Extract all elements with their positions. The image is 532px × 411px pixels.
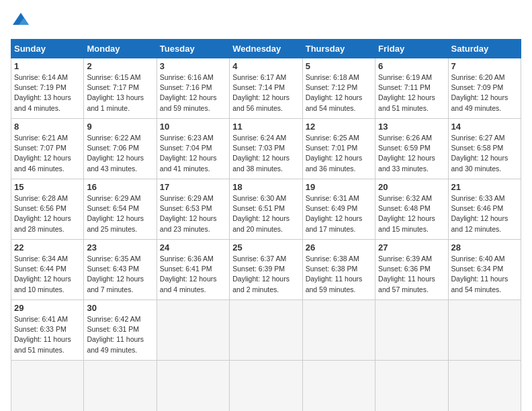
day-info: Sunrise: 6:18 AMSunset: 7:12 PMDaylight:… xyxy=(306,73,372,113)
day-number: 8 xyxy=(14,122,81,132)
day-number: 23 xyxy=(87,242,153,253)
day-info: Sunrise: 6:14 AMSunset: 7:19 PMDaylight:… xyxy=(14,73,81,113)
calendar-cell: 1 Sunrise: 6:14 AMSunset: 7:19 PMDayligh… xyxy=(11,58,84,119)
weekday-header-saturday: Saturday xyxy=(448,40,521,58)
day-info: Sunrise: 6:36 AMSunset: 6:41 PMDaylight:… xyxy=(160,254,226,295)
day-info: Sunrise: 6:29 AMSunset: 6:54 PMDaylight:… xyxy=(87,193,153,234)
calendar-cell: 22 Sunrise: 6:34 AMSunset: 6:44 PMDaylig… xyxy=(11,240,84,300)
calendar-cell xyxy=(302,361,375,412)
calendar-cell: 11 Sunrise: 6:24 AMSunset: 7:03 PMDaylig… xyxy=(230,119,302,179)
calendar-cell: 26 Sunrise: 6:38 AMSunset: 6:38 PMDaylig… xyxy=(302,240,375,300)
day-info: Sunrise: 6:35 AMSunset: 6:43 PMDaylight:… xyxy=(87,254,153,295)
day-number: 28 xyxy=(451,242,518,253)
day-number: 6 xyxy=(378,61,445,71)
weekday-header-friday: Friday xyxy=(375,40,448,58)
day-number: 19 xyxy=(306,182,372,192)
day-info: Sunrise: 6:40 AMSunset: 6:34 PMDaylight:… xyxy=(451,254,518,295)
day-number: 7 xyxy=(451,61,518,71)
day-info: Sunrise: 6:42 AMSunset: 6:31 PMDaylight:… xyxy=(87,314,153,355)
calendar-cell: 14 Sunrise: 6:27 AMSunset: 6:58 PMDaylig… xyxy=(448,119,521,179)
day-number: 24 xyxy=(160,242,226,253)
day-number: 12 xyxy=(306,122,372,132)
day-info: Sunrise: 6:34 AMSunset: 6:44 PMDaylight:… xyxy=(14,254,81,295)
calendar-cell: 23 Sunrise: 6:35 AMSunset: 6:43 PMDaylig… xyxy=(84,240,157,300)
calendar-cell xyxy=(448,361,521,412)
day-number: 21 xyxy=(451,182,518,192)
day-number: 9 xyxy=(87,122,153,132)
calendar-cell: 2 Sunrise: 6:15 AMSunset: 7:17 PMDayligh… xyxy=(84,58,157,119)
day-info: Sunrise: 6:30 AMSunset: 6:51 PMDaylight:… xyxy=(232,193,299,234)
day-info: Sunrise: 6:24 AMSunset: 7:03 PMDaylight:… xyxy=(232,133,299,174)
day-info: Sunrise: 6:21 AMSunset: 7:07 PMDaylight:… xyxy=(14,133,81,174)
calendar-cell: 3 Sunrise: 6:16 AMSunset: 7:16 PMDayligh… xyxy=(157,58,229,119)
calendar-cell: 27 Sunrise: 6:39 AMSunset: 6:36 PMDaylig… xyxy=(375,240,448,300)
calendar-cell xyxy=(375,361,448,412)
day-info: Sunrise: 6:19 AMSunset: 7:11 PMDaylight:… xyxy=(378,73,445,113)
calendar-cell: 18 Sunrise: 6:30 AMSunset: 6:51 PMDaylig… xyxy=(230,179,302,240)
day-number: 14 xyxy=(451,122,518,132)
calendar-cell: 24 Sunrise: 6:36 AMSunset: 6:41 PMDaylig… xyxy=(157,240,229,300)
calendar-cell: 7 Sunrise: 6:20 AMSunset: 7:09 PMDayligh… xyxy=(448,58,521,119)
calendar-cell xyxy=(230,300,302,361)
day-number: 27 xyxy=(378,242,445,253)
calendar-cell: 25 Sunrise: 6:37 AMSunset: 6:39 PMDaylig… xyxy=(230,240,302,300)
day-number: 18 xyxy=(232,182,299,192)
calendar-cell: 10 Sunrise: 6:23 AMSunset: 7:04 PMDaylig… xyxy=(157,119,229,179)
calendar-week-row: 8 Sunrise: 6:21 AMSunset: 7:07 PMDayligh… xyxy=(11,119,521,179)
day-info: Sunrise: 6:31 AMSunset: 6:49 PMDaylight:… xyxy=(306,193,372,234)
day-info: Sunrise: 6:28 AMSunset: 6:56 PMDaylight:… xyxy=(14,193,81,234)
day-number: 16 xyxy=(87,182,153,192)
day-number: 3 xyxy=(160,61,226,71)
day-number: 29 xyxy=(14,303,81,313)
calendar-cell xyxy=(230,361,302,412)
calendar-cell: 19 Sunrise: 6:31 AMSunset: 6:49 PMDaylig… xyxy=(302,179,375,240)
day-info: Sunrise: 6:17 AMSunset: 7:14 PMDaylight:… xyxy=(232,73,299,113)
calendar-cell xyxy=(11,361,84,412)
calendar-week-row xyxy=(11,361,521,412)
weekday-header-sunday: Sunday xyxy=(11,40,84,58)
calendar-cell: 21 Sunrise: 6:33 AMSunset: 6:46 PMDaylig… xyxy=(448,179,521,240)
calendar-cell xyxy=(375,300,448,361)
calendar-cell: 6 Sunrise: 6:19 AMSunset: 7:11 PMDayligh… xyxy=(375,58,448,119)
calendar-table: SundayMondayTuesdayWednesdayThursdayFrid… xyxy=(11,39,521,411)
logo-icon xyxy=(11,11,31,31)
calendar-cell xyxy=(157,300,229,361)
day-info: Sunrise: 6:32 AMSunset: 6:48 PMDaylight:… xyxy=(378,193,445,234)
weekday-header-thursday: Thursday xyxy=(302,40,375,58)
day-info: Sunrise: 6:29 AMSunset: 6:53 PMDaylight:… xyxy=(160,193,226,234)
calendar-cell: 13 Sunrise: 6:26 AMSunset: 6:59 PMDaylig… xyxy=(375,119,448,179)
day-number: 22 xyxy=(14,242,81,253)
day-info: Sunrise: 6:33 AMSunset: 6:46 PMDaylight:… xyxy=(451,193,518,234)
day-info: Sunrise: 6:22 AMSunset: 7:06 PMDaylight:… xyxy=(87,133,153,174)
calendar-week-row: 1 Sunrise: 6:14 AMSunset: 7:19 PMDayligh… xyxy=(11,58,521,119)
weekday-header-wednesday: Wednesday xyxy=(230,40,302,58)
day-number: 1 xyxy=(14,61,81,71)
calendar-cell: 28 Sunrise: 6:40 AMSunset: 6:34 PMDaylig… xyxy=(448,240,521,300)
calendar-cell: 29 Sunrise: 6:41 AMSunset: 6:33 PMDaylig… xyxy=(11,300,84,361)
calendar-cell: 8 Sunrise: 6:21 AMSunset: 7:07 PMDayligh… xyxy=(11,119,84,179)
calendar-week-row: 15 Sunrise: 6:28 AMSunset: 6:56 PMDaylig… xyxy=(11,179,521,240)
day-info: Sunrise: 6:15 AMSunset: 7:17 PMDaylight:… xyxy=(87,73,153,113)
calendar-cell: 4 Sunrise: 6:17 AMSunset: 7:14 PMDayligh… xyxy=(230,58,302,119)
calendar-cell: 30 Sunrise: 6:42 AMSunset: 6:31 PMDaylig… xyxy=(84,300,157,361)
calendar-cell: 16 Sunrise: 6:29 AMSunset: 6:54 PMDaylig… xyxy=(84,179,157,240)
page-header xyxy=(11,11,521,31)
day-info: Sunrise: 6:25 AMSunset: 7:01 PMDaylight:… xyxy=(306,133,372,174)
day-number: 5 xyxy=(306,61,372,71)
day-number: 13 xyxy=(378,122,445,132)
day-info: Sunrise: 6:37 AMSunset: 6:39 PMDaylight:… xyxy=(232,254,299,295)
day-info: Sunrise: 6:39 AMSunset: 6:36 PMDaylight:… xyxy=(378,254,445,295)
calendar-cell xyxy=(448,300,521,361)
calendar-cell: 12 Sunrise: 6:25 AMSunset: 7:01 PMDaylig… xyxy=(302,119,375,179)
calendar-cell xyxy=(84,361,157,412)
day-number: 20 xyxy=(378,182,445,192)
day-info: Sunrise: 6:41 AMSunset: 6:33 PMDaylight:… xyxy=(14,314,81,355)
calendar-cell: 17 Sunrise: 6:29 AMSunset: 6:53 PMDaylig… xyxy=(157,179,229,240)
weekday-header-row: SundayMondayTuesdayWednesdayThursdayFrid… xyxy=(11,40,521,58)
day-info: Sunrise: 6:20 AMSunset: 7:09 PMDaylight:… xyxy=(451,73,518,113)
calendar-week-row: 22 Sunrise: 6:34 AMSunset: 6:44 PMDaylig… xyxy=(11,240,521,300)
day-number: 15 xyxy=(14,182,81,192)
day-number: 17 xyxy=(160,182,226,192)
calendar-cell: 15 Sunrise: 6:28 AMSunset: 6:56 PMDaylig… xyxy=(11,179,84,240)
day-info: Sunrise: 6:26 AMSunset: 6:59 PMDaylight:… xyxy=(378,133,445,174)
